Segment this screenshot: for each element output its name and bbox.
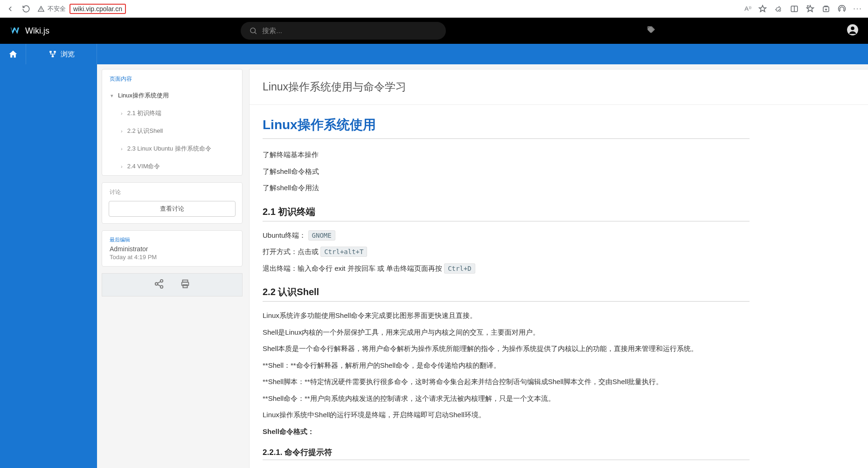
main-panel: Linux操作系统使用与命令学习 Linux操作系统使用 了解终端基本操作 了解… xyxy=(249,69,868,468)
paragraph: 了解shell命令格式 xyxy=(263,164,750,179)
discuss-card: 讨论 查看讨论 xyxy=(102,182,243,224)
nav-toolbar: 浏览 xyxy=(0,44,868,64)
left-panels: 页面内容 ▾ Linux操作系统使用 › 2.1 初识终端 › 2.2 认识Sh… xyxy=(102,69,243,296)
split-screen-icon[interactable] xyxy=(790,4,799,14)
search-input[interactable]: 搜索... xyxy=(241,22,446,40)
text: 打开方式：点击或 xyxy=(263,248,320,255)
chevron-right-icon: › xyxy=(121,164,123,169)
svg-line-18 xyxy=(158,284,160,286)
toc-item[interactable]: › 2.1 初识终端 xyxy=(102,104,242,122)
paragraph: **Shell：**命令行解释器，解析用户的Shell命令，是命令传递给内核的翻… xyxy=(263,358,750,373)
browse-button[interactable]: 浏览 xyxy=(26,44,97,64)
heading-2: 2.1 初识终端 xyxy=(263,206,750,221)
left-sidebar xyxy=(0,64,97,468)
chevron-down-icon: ▾ xyxy=(111,93,113,99)
paragraph: 退出终端：输入命令行 exit 并按回车 或 单击终端页面再按 Ctrl+D xyxy=(263,261,750,276)
toc-item[interactable]: › 2.3 Linux Ubuntu 操作系统命令 xyxy=(102,140,242,158)
svg-point-7 xyxy=(250,28,256,33)
app-header: Wiki.js 搜索... xyxy=(0,18,868,44)
paragraph: **Shell命令：**用户向系统内核发送的控制请求，这个请求无法被内核理解，只… xyxy=(263,391,750,406)
toc-item-label: 2.1 初识终端 xyxy=(127,109,162,117)
back-icon[interactable] xyxy=(6,4,15,14)
performance-icon[interactable] xyxy=(837,4,847,14)
main-layout: 页面内容 ▾ Linux操作系统使用 › 2.1 初识终端 › 2.2 认识Sh… xyxy=(0,64,868,468)
view-discussion-button[interactable]: 查看讨论 xyxy=(109,201,236,217)
logo-icon xyxy=(9,25,21,36)
svg-point-14 xyxy=(160,280,163,282)
paragraph: 在提示符后输入命令并按回车，向系统发送指令 xyxy=(263,465,750,468)
insecure-badge: 不安全 xyxy=(37,5,66,13)
toc-item-label: 2.4 VIM命令 xyxy=(127,162,160,171)
paragraph: Linux系统许多功能使用Shell命令来完成要比图形界面更快速且直接。 xyxy=(263,308,750,323)
tree-icon xyxy=(49,50,57,58)
share-icon[interactable] xyxy=(154,279,164,291)
svg-line-8 xyxy=(255,32,257,34)
heading-2: 2.2 认识Shell xyxy=(263,286,750,302)
paragraph: **Shell脚本：**特定情况硬件需要执行很多命令，这时将命令集合起来并结合控… xyxy=(263,374,750,389)
last-edit-author: Administrator xyxy=(110,245,235,253)
toc-item[interactable]: › 2.4 VIM命令 xyxy=(102,158,242,175)
svg-point-16 xyxy=(160,286,163,289)
toc-card: 页面内容 ▾ Linux操作系统使用 › 2.1 初识终端 › 2.2 认识Sh… xyxy=(102,69,243,176)
toc-item[interactable]: ▾ Linux操作系统使用 xyxy=(102,87,242,104)
toc-item-label: Linux操作系统使用 xyxy=(118,91,169,100)
chevron-right-icon: › xyxy=(121,110,123,116)
chevron-right-icon: › xyxy=(121,146,123,151)
search-icon xyxy=(249,27,257,35)
favorites-list-icon[interactable] xyxy=(806,4,815,14)
paragraph: Linux操作系统中Shell的运行环境是终端，开启终端即可启动Shell环境。 xyxy=(263,407,750,422)
inline-code: GNOME xyxy=(308,230,335,241)
paragraph: Shell命令格式： xyxy=(263,424,750,439)
toc-item-label: 2.2 认识Shell xyxy=(127,127,163,135)
inline-code: Ctrl+alt+T xyxy=(320,247,367,257)
toc-title: 页面内容 xyxy=(102,69,242,87)
heading-3: 2.2.1. 命令行提示符 xyxy=(263,447,750,460)
paragraph: 打开方式：点击或 Ctrl+alt+T xyxy=(263,244,750,259)
svg-rect-13 xyxy=(51,55,54,57)
more-icon[interactable]: ··· xyxy=(853,4,862,14)
svg-point-15 xyxy=(155,282,158,285)
account-icon[interactable] xyxy=(847,24,859,38)
search-placeholder: 搜索... xyxy=(262,27,282,35)
read-aloud-icon[interactable]: A⁾⁾ xyxy=(744,5,751,12)
insecure-label: 不安全 xyxy=(48,5,66,13)
refresh-icon[interactable] xyxy=(21,4,31,14)
last-edit-label: 最后编辑 xyxy=(110,236,235,243)
tags-icon[interactable] xyxy=(646,25,655,36)
discuss-title: 讨论 xyxy=(102,183,242,201)
site-name: Wiki.js xyxy=(25,26,49,36)
text: Ubuntu终端： xyxy=(263,231,306,239)
page-header: Linux操作系统使用与命令学习 xyxy=(250,69,868,105)
favorite-icon[interactable] xyxy=(758,4,767,14)
paragraph: Ubuntu终端： GNOME xyxy=(263,228,750,243)
address-bar[interactable]: 不安全 wiki.vip.cpolar.cn xyxy=(37,4,738,14)
svg-line-17 xyxy=(158,282,160,283)
page-actions-card xyxy=(102,273,243,296)
chevron-right-icon: › xyxy=(121,128,123,134)
site-logo[interactable]: Wiki.js xyxy=(9,25,49,36)
page-title: Linux操作系统使用与命令学习 xyxy=(263,80,855,94)
last-edit-card: 最后编辑 Administrator Today at 4:19 PM xyxy=(102,230,243,267)
toc-item-label: 2.3 Linux Ubuntu 操作系统命令 xyxy=(127,145,211,153)
text: 退出终端：输入命令行 exit 并按回车 或 单击终端页面再按 xyxy=(263,264,444,272)
url-text: wiki.vip.cpolar.cn xyxy=(69,4,126,14)
svg-rect-11 xyxy=(49,51,52,53)
paragraph: Shell是Linux内核的一个外层保护工具，用来完成用户与内核之间的交互，主要… xyxy=(263,325,750,340)
toc-item[interactable]: › 2.2 认识Shell xyxy=(102,122,242,140)
heading-1: Linux操作系统使用 xyxy=(263,116,750,139)
content-wrap: 页面内容 ▾ Linux操作系统使用 › 2.1 初识终端 › 2.2 认识Sh… xyxy=(97,64,868,468)
home-button[interactable] xyxy=(0,44,26,64)
search-container: 搜索... xyxy=(241,22,446,40)
article-body: Linux操作系统使用 了解终端基本操作 了解shell命令格式 了解shell… xyxy=(250,105,763,468)
extension-icon[interactable] xyxy=(774,4,783,14)
browse-label: 浏览 xyxy=(61,50,75,59)
inline-code: Ctrl+D xyxy=(444,263,475,274)
browser-bar: 不安全 wiki.vip.cpolar.cn A⁾⁾ ··· xyxy=(0,0,868,18)
svg-point-10 xyxy=(851,27,854,30)
collections-icon[interactable] xyxy=(821,4,831,14)
print-icon[interactable] xyxy=(180,279,190,291)
paragraph: 了解shell命令用法 xyxy=(263,180,750,195)
svg-rect-12 xyxy=(54,51,56,53)
paragraph: Shell本质是一个命令行解释器，将用户命令解析为操作系统所能理解的指令，为操作… xyxy=(263,341,750,356)
last-edit-time: Today at 4:19 PM xyxy=(110,254,235,261)
